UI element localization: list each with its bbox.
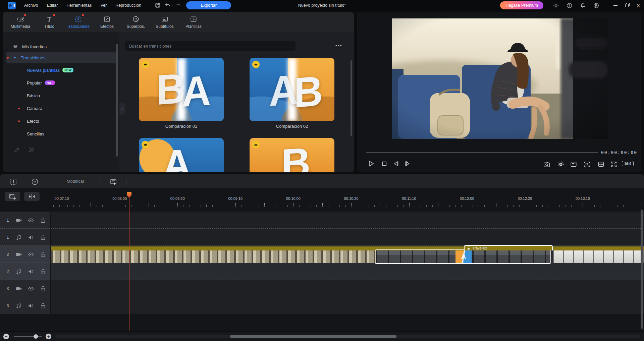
- browser-scrollbar[interactable]: [351, 60, 352, 136]
- close-button[interactable]: ✕: [633, 0, 644, 11]
- render-preview-button[interactable]: [556, 160, 566, 169]
- category-sidebar: Mis favoritos Transiciones Nuevas planti…: [3, 33, 119, 172]
- ruler-label: 00:08:00: [112, 196, 127, 201]
- search-input[interactable]: [125, 41, 296, 51]
- toggle-visibility-button[interactable]: [28, 285, 34, 292]
- toggle-visibility-button[interactable]: [28, 251, 34, 258]
- undo-button[interactable]: [163, 1, 173, 9]
- open-panel-button[interactable]: [109, 178, 117, 186]
- play-button[interactable]: [366, 159, 376, 168]
- modify-button[interactable]: Modificar: [57, 179, 94, 184]
- ruler-label: 00:11:10: [402, 196, 416, 201]
- save-button[interactable]: [153, 1, 163, 9]
- maximize-button[interactable]: [621, 0, 633, 11]
- tab-titulo[interactable]: Título: [35, 13, 64, 32]
- zoom-slider-knob[interactable]: [34, 334, 38, 339]
- export-button[interactable]: Exportar: [186, 1, 231, 9]
- sidebar-item-camara[interactable]: Cámara: [3, 103, 119, 114]
- tab-subtitulos[interactable]: Subtítulos: [150, 13, 179, 32]
- track-lane-audio-2: [51, 263, 644, 280]
- sidebar-item-transiciones[interactable]: Transiciones: [3, 52, 119, 63]
- mute-track-button[interactable]: [28, 234, 34, 241]
- lock-track-button[interactable]: [40, 302, 46, 309]
- redo-button[interactable]: [173, 1, 183, 9]
- settings-button[interactable]: [551, 1, 561, 9]
- menu-ver[interactable]: Ver: [96, 0, 111, 11]
- chevron-down-icon: [13, 56, 17, 60]
- sidebar-item-popular[interactable]: Popular HOT: [3, 77, 119, 89]
- help-button[interactable]: [564, 1, 574, 9]
- sidebar-item-basico[interactable]: Básico: [3, 90, 119, 101]
- snapshot-button[interactable]: [542, 160, 551, 169]
- playhead-line: [129, 197, 129, 331]
- video-clip-3[interactable]: [553, 250, 644, 263]
- minimize-button[interactable]: [610, 0, 621, 11]
- adjust-icon: [9, 178, 17, 186]
- lock-track-button[interactable]: [40, 285, 46, 292]
- next-frame-button[interactable]: [402, 159, 412, 168]
- zoom-out-button[interactable]: −: [3, 334, 9, 339]
- ruler-labels[interactable]: 00:07:1000:08:0000:08:2000:09:1000:10:00…: [51, 196, 644, 202]
- lock-track-button[interactable]: [40, 217, 46, 224]
- card-label: Comparación 02: [250, 124, 334, 129]
- divider: [101, 178, 101, 185]
- collapse-sidebar-button[interactable]: ‹: [119, 103, 125, 115]
- split-screen-button[interactable]: [596, 160, 606, 169]
- lock-track-button[interactable]: [40, 268, 46, 275]
- seek-bar[interactable]: [366, 152, 598, 153]
- adjust-tool-button[interactable]: [9, 178, 17, 186]
- snap-button[interactable]: [24, 192, 40, 201]
- fullscreen-button[interactable]: [609, 160, 619, 169]
- lock-icon: [40, 234, 46, 241]
- mute-track-button[interactable]: [28, 302, 34, 309]
- menu-archivo[interactable]: Archivo: [20, 0, 43, 11]
- sidebar-item-efecto[interactable]: Efecto: [3, 115, 119, 127]
- premium-crown-icon: [252, 61, 260, 68]
- zoom-fit-button[interactable]: [582, 160, 592, 169]
- aspect-ratio-button[interactable]: 16:9: [622, 161, 634, 166]
- account-button[interactable]: [591, 1, 601, 9]
- marker-list-button[interactable]: [569, 160, 578, 169]
- transition-card-4[interactable]: B: [250, 138, 334, 172]
- premium-button[interactable]: Hágase Premium: [500, 1, 543, 9]
- transitions-icon: [74, 15, 82, 23]
- timeline-vertical-scrollbar[interactable]: [641, 210, 643, 329]
- more-options-button[interactable]: •••: [335, 43, 342, 48]
- stop-button[interactable]: [380, 159, 389, 168]
- tab-efectos[interactable]: Efectos: [93, 13, 121, 32]
- menu-editar[interactable]: Editar: [43, 0, 62, 11]
- tab-superposiciones[interactable]: Superpos.: [121, 13, 150, 32]
- transition-card-3[interactable]: A: [139, 138, 224, 172]
- zoom-in-button[interactable]: +: [46, 334, 51, 339]
- selected-clip-outline[interactable]: [375, 249, 551, 264]
- notifications-button[interactable]: [578, 1, 588, 9]
- add-track-button[interactable]: [5, 192, 20, 201]
- track-lane-video-1: [51, 212, 644, 229]
- video-clip-1[interactable]: [51, 250, 376, 263]
- mute-track-button[interactable]: [28, 268, 34, 275]
- tab-plantillas[interactable]: Plantillas: [179, 13, 208, 32]
- sidebar-item-sencillas[interactable]: Sencillas: [3, 128, 119, 139]
- premium-crown-icon: [252, 141, 260, 148]
- menu-reproduccion[interactable]: Reproducción: [111, 0, 146, 11]
- menu-herramientas[interactable]: Herramientas: [62, 0, 96, 11]
- clip-header-bar[interactable]: [51, 246, 644, 250]
- timeline-collapse-button[interactable]: [31, 178, 39, 186]
- tab-transiciones[interactable]: Transiciones: [64, 13, 93, 32]
- clip-label[interactable]: Travel 02: [464, 245, 553, 250]
- sidebar-item-favorites[interactable]: Mis favoritos: [3, 41, 119, 52]
- lock-track-button[interactable]: [40, 251, 46, 258]
- scrollbar-thumb[interactable]: [230, 335, 396, 338]
- transition-card-comparacion-01[interactable]: B A: [139, 58, 224, 121]
- title-icon: [46, 15, 53, 23]
- sidebar-scrollbar[interactable]: [116, 44, 118, 157]
- tab-multimedia[interactable]: Multimedia: [6, 13, 35, 32]
- timeline-horizontal-scrollbar[interactable]: [55, 335, 641, 338]
- sidebar-item-nuevas-plantillas[interactable]: Nuevas plantillas NEW: [3, 64, 119, 76]
- overlays-icon: [132, 15, 140, 23]
- toggle-visibility-button[interactable]: [28, 217, 34, 224]
- lock-track-button[interactable]: [40, 234, 46, 241]
- transition-card-comparacion-02[interactable]: A B: [250, 58, 334, 121]
- timeline-panel: Modificar 00:07:1000:08:0000:08:2000:09:…: [0, 174, 644, 341]
- previous-frame-button[interactable]: [392, 159, 401, 168]
